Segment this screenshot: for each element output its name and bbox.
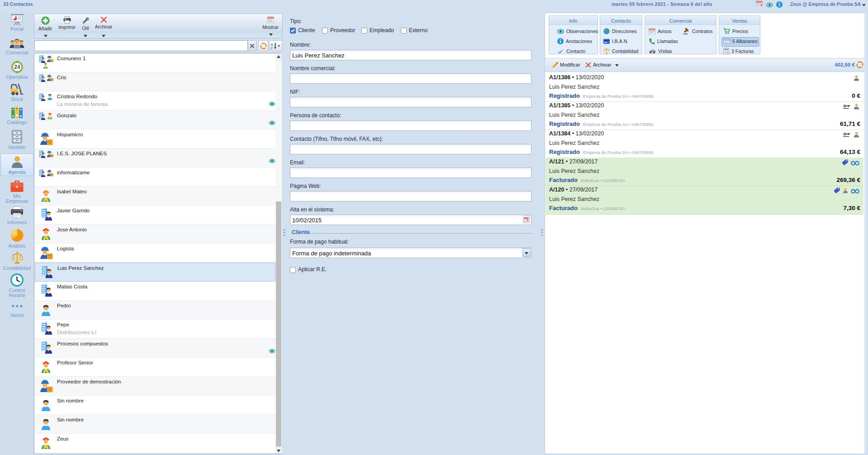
svg-text:24: 24	[14, 64, 20, 70]
svg-text:Z: Z	[270, 46, 273, 50]
